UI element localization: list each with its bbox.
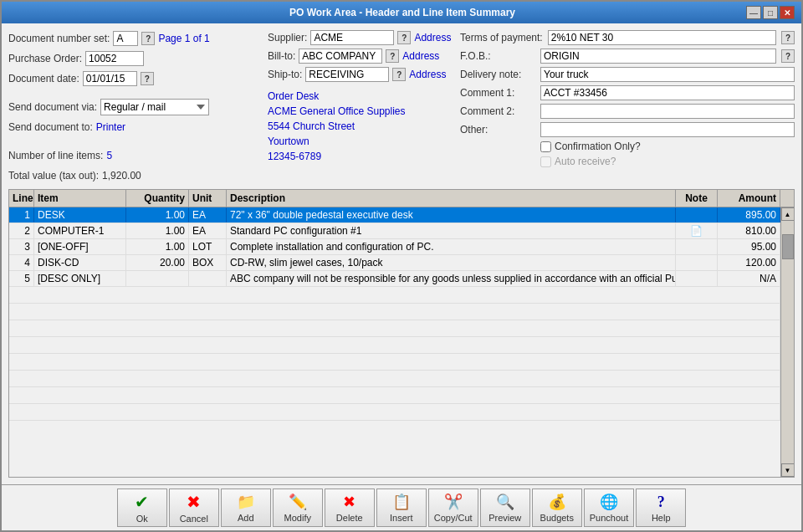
preview-button[interactable]: 🔍 Preview bbox=[480, 489, 530, 527]
shipto-help[interactable]: ? bbox=[392, 68, 406, 81]
table-cell: [DESC ONLY] bbox=[34, 271, 126, 286]
table-cell: DISK-CD bbox=[34, 255, 126, 270]
window-controls: — □ ✕ bbox=[746, 6, 795, 19]
send-via-dropdown[interactable]: Regular / mail Email Fax bbox=[100, 99, 209, 115]
send-to-printer-link[interactable]: Printer bbox=[96, 121, 125, 133]
main-window: PO Work Area - Header and Line Item Summ… bbox=[0, 0, 803, 532]
table-row[interactable]: 2COMPUTER-11.00EAStandard PC configurati… bbox=[9, 223, 780, 239]
add-button[interactable]: 📁 Add bbox=[221, 489, 271, 527]
terms-input[interactable] bbox=[548, 30, 776, 45]
other-row: Other: bbox=[460, 122, 795, 137]
send-via-label: Send document via: bbox=[8, 101, 97, 113]
shipto-input[interactable] bbox=[305, 67, 389, 82]
doc-date-label: Document date: bbox=[8, 73, 79, 84]
col-header-qty: Quantity bbox=[126, 190, 189, 207]
billto-label: Bill-to: bbox=[268, 50, 295, 62]
table-cell: DESK bbox=[34, 207, 126, 223]
billto-help[interactable]: ? bbox=[386, 49, 399, 63]
send-to-row: Send document to: Printer bbox=[8, 119, 259, 136]
billto-input[interactable] bbox=[299, 49, 382, 64]
insert-icon: 📋 bbox=[392, 493, 411, 511]
city: Yourtown bbox=[268, 134, 452, 149]
minimize-button[interactable]: — bbox=[746, 6, 761, 19]
billto-address-link[interactable]: Address bbox=[402, 50, 439, 62]
doc-date-input[interactable] bbox=[83, 71, 137, 86]
table-cell bbox=[676, 271, 718, 286]
other-input[interactable] bbox=[540, 122, 795, 137]
scroll-up-arrow[interactable]: ▲ bbox=[781, 207, 795, 221]
close-button[interactable]: ✕ bbox=[780, 6, 795, 19]
po-row: Purchase Order: bbox=[8, 50, 259, 67]
supplier-row: Supplier: ? Address bbox=[268, 30, 452, 45]
table-cell bbox=[676, 239, 718, 254]
table-cell: COMPUTER-1 bbox=[34, 223, 126, 238]
table-row[interactable]: 5[DESC ONLY]ABC company will not be resp… bbox=[9, 271, 780, 287]
help-button[interactable]: ? Help bbox=[636, 489, 686, 527]
insert-button[interactable]: 📋 Insert bbox=[376, 489, 427, 527]
table-cell: 1.00 bbox=[126, 207, 189, 223]
total-value-label: Total value (tax out): bbox=[8, 170, 99, 182]
doc-number-help[interactable]: ? bbox=[141, 32, 155, 45]
doc-number-label: Document number set: bbox=[8, 33, 110, 44]
table-row[interactable]: 1DESK1.00EA72" x 36" double pedestal exe… bbox=[9, 207, 780, 223]
copycut-button[interactable]: ✂️ Copy/Cut bbox=[428, 489, 478, 527]
table-row[interactable]: 3[ONE-OFF]1.00LOTComplete installation a… bbox=[9, 239, 780, 255]
header-section: Document number set: ? Page 1 of 1 Purch… bbox=[8, 30, 795, 184]
shipto-address-link[interactable]: Address bbox=[409, 69, 446, 80]
terms-help[interactable]: ? bbox=[781, 31, 795, 44]
ok-label: Ok bbox=[136, 514, 148, 524]
cancel-button[interactable]: ✖ Cancel bbox=[169, 489, 219, 527]
confirmation-checkbox[interactable] bbox=[540, 141, 551, 152]
delete-label: Delete bbox=[336, 513, 363, 523]
po-input[interactable] bbox=[85, 51, 144, 66]
punchout-label: Punchout bbox=[590, 513, 628, 523]
confirmation-row: Confirmation Only? bbox=[540, 141, 795, 152]
col-header-desc: Description bbox=[227, 190, 676, 207]
order-desk-link[interactable]: Order Desk bbox=[268, 89, 452, 104]
delete-button[interactable]: ✖ Delete bbox=[325, 489, 375, 527]
comment2-input[interactable] bbox=[540, 104, 795, 119]
table-row-empty bbox=[9, 337, 780, 354]
content-area: Document number set: ? Page 1 of 1 Purch… bbox=[2, 23, 801, 484]
table-row-empty bbox=[9, 320, 780, 337]
budgets-button[interactable]: 💰 Budgets bbox=[532, 489, 582, 527]
page-indicator: Page 1 of 1 bbox=[158, 33, 209, 44]
auto-receive-checkbox[interactable] bbox=[540, 156, 551, 167]
doc-date-help[interactable]: ? bbox=[141, 72, 154, 85]
table-row-empty bbox=[9, 304, 780, 320]
comment1-row: Comment 1: bbox=[460, 85, 795, 100]
comment1-input[interactable] bbox=[540, 85, 795, 100]
fob-help[interactable]: ? bbox=[781, 49, 795, 63]
confirmation-label: Confirmation Only? bbox=[555, 141, 641, 152]
table-row-empty bbox=[9, 354, 780, 371]
modify-button[interactable]: ✏️ Modify bbox=[273, 489, 323, 527]
punchout-button[interactable]: 🌐 Punchout bbox=[584, 489, 634, 527]
vertical-scrollbar[interactable]: ▲ ▼ bbox=[780, 207, 794, 477]
table-cell: 1.00 bbox=[126, 239, 189, 254]
header-right: Terms of payment: ? F.O.B.: ? Delivery n… bbox=[460, 30, 795, 184]
delivery-input[interactable] bbox=[540, 67, 795, 82]
send-to-label: Send document to: bbox=[8, 121, 93, 133]
table-cell: Complete installation and configuration … bbox=[227, 239, 676, 254]
supplier-help[interactable]: ? bbox=[397, 31, 411, 44]
supplier-address-link[interactable]: Address bbox=[414, 32, 451, 43]
table-cell: 4 bbox=[9, 255, 34, 270]
supplier-input[interactable] bbox=[310, 30, 394, 45]
table-body[interactable]: 1DESK1.00EA72" x 36" double pedestal exe… bbox=[9, 207, 780, 477]
col-header-amount: Amount bbox=[718, 190, 780, 207]
doc-number-input[interactable] bbox=[113, 31, 138, 46]
num-items-value[interactable]: 5 bbox=[106, 150, 112, 161]
ok-button[interactable]: ✔ Ok bbox=[117, 489, 167, 527]
line-items-table: Line Item Quantity Unit Description Note… bbox=[8, 189, 795, 478]
table-cell: [ONE-OFF] bbox=[34, 239, 126, 254]
fob-input[interactable] bbox=[540, 49, 776, 64]
terms-row: Terms of payment: ? bbox=[460, 30, 795, 45]
maximize-button[interactable]: □ bbox=[763, 6, 778, 19]
terms-label: Terms of payment: bbox=[460, 32, 543, 43]
scrollbar-thumb[interactable] bbox=[782, 234, 794, 259]
table-row[interactable]: 4DISK-CD20.00BOXCD-RW, slim jewel cases,… bbox=[9, 255, 780, 271]
scroll-down-arrow[interactable]: ▼ bbox=[781, 463, 795, 477]
other-label: Other: bbox=[460, 124, 535, 136]
cancel-label: Cancel bbox=[180, 514, 208, 524]
comment1-label: Comment 1: bbox=[460, 87, 535, 99]
